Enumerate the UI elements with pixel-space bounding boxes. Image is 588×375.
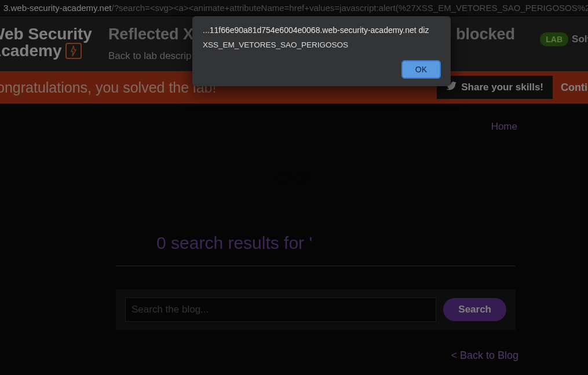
banner-message: ongratulations, you solved the lab! [0, 79, 216, 96]
back-to-blog-link[interactable]: < Back to Blog [23, 350, 565, 362]
dialog-message: XSS_EM_VETORES_SAO_PERIGOSOS [203, 41, 440, 49]
continue-link[interactable]: Contir [561, 82, 588, 94]
home-link[interactable]: Home [23, 121, 565, 133]
logo-text-line1: Web Security [0, 25, 92, 42]
lab-title-left: Reflected XS [108, 25, 204, 43]
search-input[interactable] [125, 297, 436, 322]
svg-click-text[interactable]: Click [23, 167, 565, 187]
javascript-alert-dialog: ...11f66e90a81d754e6004e0068.web-securit… [192, 16, 451, 86]
address-bar[interactable]: 3.web-security-academy.net/?search=<svg>… [0, 0, 588, 16]
main-content: Home Click 0 search results for ' Search… [0, 104, 588, 362]
lab-status-text: Solv [572, 34, 588, 45]
address-host: 3.web-security-academy.net [3, 3, 111, 13]
dialog-origin: ...11f66e90a81d754e6004e0068.web-securit… [203, 25, 440, 35]
search-results-heading: 0 search results for ' [156, 233, 565, 253]
divider [116, 266, 516, 266]
share-skills-button[interactable]: Share your skills! [437, 76, 553, 99]
search-button[interactable]: Search [443, 298, 506, 321]
lab-pill: LAB [540, 32, 568, 46]
logo-bolt-icon [65, 43, 82, 59]
logo-text-line2: Academy [0, 42, 62, 59]
address-path: /?search=<svg><a><animate+attributeName=… [111, 3, 588, 13]
dialog-ok-button[interactable]: OK [402, 61, 440, 78]
lab-status: LAB Solv [540, 32, 588, 46]
lab-title-right: blocked [456, 25, 515, 43]
search-row: Search [116, 289, 516, 330]
share-skills-label: Share your skills! [461, 82, 543, 93]
academy-logo: Web Security Academy [0, 25, 92, 60]
